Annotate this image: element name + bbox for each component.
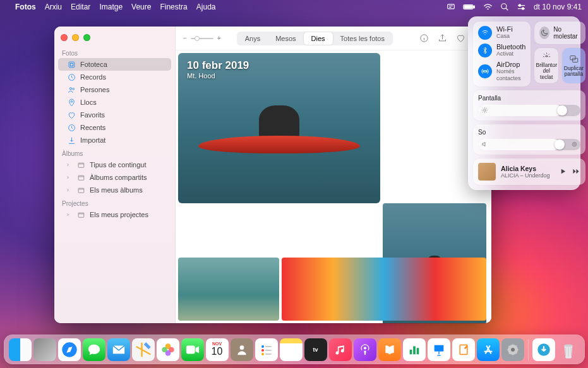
airplay-audio-icon[interactable] [571, 141, 578, 148]
dock-numbers[interactable] [403, 338, 426, 361]
dock-appstore[interactable] [477, 338, 500, 361]
dock-launchpad[interactable] [33, 338, 56, 361]
sidebar-item-mediatypes[interactable]: ›Tipus de contingut [58, 158, 171, 171]
svg-rect-2 [474, 6, 475, 8]
svg-rect-42 [413, 346, 416, 354]
segment-months[interactable]: Mesos [268, 32, 303, 45]
sun-icon [481, 107, 488, 114]
svg-point-36 [261, 349, 264, 352]
sidebar-item-memories[interactable]: Records [58, 71, 171, 83]
svg-point-30 [162, 347, 167, 352]
menu-image[interactable]: Imatge [99, 3, 123, 11]
segment-days[interactable]: Dies [304, 32, 333, 45]
segment-years[interactable]: Anys [237, 32, 268, 45]
cc-wifi-sub: Casa [496, 33, 513, 40]
svg-point-22 [484, 109, 486, 112]
hero-photo[interactable]: 10 febr 2019 Mt. Hood [178, 53, 380, 203]
sidebar-item-favorites[interactable]: Favorits [58, 109, 171, 121]
control-center: Wi-FiCasa BluetoothActivat AirDropNomés … [468, 16, 580, 190]
cc-sound-slider[interactable]: So [473, 124, 585, 155]
dock: NOV10 tv [4, 335, 585, 364]
info-icon[interactable] [419, 33, 429, 43]
cc-display-slider[interactable]: Pantalla [473, 90, 585, 121]
svg-rect-44 [434, 345, 443, 351]
dock-books[interactable] [378, 338, 401, 361]
dock-keynote[interactable] [428, 338, 450, 361]
cc-dnd[interactable]: No molestar [534, 21, 585, 44]
forward-icon[interactable] [572, 168, 580, 175]
cc-airdrop[interactable]: AirDropNomés contactes [478, 61, 525, 82]
dock-finder[interactable] [9, 338, 32, 361]
minimize-button[interactable] [72, 34, 79, 41]
segment-all[interactable]: Totes les fotos [333, 32, 392, 45]
dock-facetime[interactable] [181, 338, 204, 361]
dock-tv[interactable]: tv [304, 338, 327, 361]
dock-safari[interactable] [58, 338, 81, 361]
cc-bluetooth[interactable]: BluetoothActivat [478, 44, 525, 57]
dock-calendar[interactable]: NOV10 [206, 338, 229, 361]
hero-date: 10 febr 2019 [187, 59, 249, 72]
pin-icon [67, 98, 76, 107]
dock-messages[interactable] [83, 338, 105, 361]
bluetooth-icon [478, 44, 492, 57]
dock-maps[interactable] [132, 338, 155, 361]
svg-rect-31 [186, 345, 195, 353]
sidebar-item-recents[interactable]: Recents [58, 121, 171, 134]
cc-keyboard-brightness[interactable]: Brillantor del teclat [534, 48, 558, 83]
album-icon [76, 160, 85, 169]
zoom-button[interactable] [83, 34, 90, 41]
dock-podcasts[interactable] [354, 338, 376, 361]
control-center-icon[interactable] [517, 3, 526, 11]
close-button[interactable] [61, 34, 68, 41]
dock-contacts[interactable] [231, 338, 253, 361]
dock-pages[interactable] [452, 338, 475, 361]
menu-bar: Fotos Arxiu Editar Imatge Veure Finestra… [0, 0, 588, 14]
menu-edit[interactable]: Editar [71, 3, 90, 11]
sidebar-item-imported[interactable]: Importat [58, 134, 171, 146]
dock-notes[interactable] [280, 338, 303, 361]
menu-window[interactable]: Finestra [160, 3, 187, 11]
battery-icon[interactable] [463, 3, 476, 11]
photo-thumbnail[interactable] [178, 258, 279, 321]
sidebar-item-label: Els meus àlbums [90, 186, 143, 194]
language-icon[interactable] [447, 3, 455, 11]
sidebar-item-label: Favorits [80, 111, 105, 119]
dock-downloads[interactable] [532, 338, 555, 361]
wifi-icon[interactable] [483, 3, 493, 11]
dock-reminders[interactable] [255, 338, 278, 361]
album-icon [76, 173, 85, 182]
calendar-month: NOV [212, 341, 222, 346]
menubar-clock[interactable]: dt 10 nov 9:41 [534, 3, 582, 11]
people-icon [67, 85, 76, 94]
sidebar-item-shared-albums[interactable]: ›Àlbums compartits [58, 171, 171, 184]
sidebar-item-my-projects[interactable]: ›Els meus projectes [58, 208, 171, 221]
sidebar-item-people[interactable]: Persones [58, 83, 171, 96]
sidebar-item-label: Persones [80, 86, 109, 93]
svg-point-50 [564, 344, 572, 347]
menu-file[interactable]: Arxiu [45, 3, 62, 11]
zoom-slider[interactable]: −+ [183, 35, 221, 42]
share-icon[interactable] [438, 33, 447, 43]
photos-window: Fotos Fototeca Records Persones Llocs Fa… [54, 27, 491, 323]
sidebar-item-library[interactable]: Fototeca [58, 58, 171, 71]
menu-help[interactable]: Ajuda [196, 3, 216, 11]
cc-now-playing[interactable]: Alicia Keys ALICIA – Underdog [473, 158, 585, 185]
photo-thumbnail[interactable] [282, 258, 486, 321]
cc-wifi[interactable]: Wi-FiCasa [478, 26, 525, 40]
dock-mail[interactable] [107, 338, 130, 361]
favorite-icon[interactable] [456, 33, 465, 43]
app-menu[interactable]: Fotos [15, 3, 36, 11]
dock-music[interactable] [329, 338, 352, 361]
dock-preferences[interactable] [501, 338, 524, 361]
spotlight-icon[interactable] [500, 3, 509, 11]
play-icon[interactable] [560, 168, 567, 175]
sidebar-item-places[interactable]: Llocs [58, 96, 171, 109]
content-area: −+ Anys Mesos Dies Totes les fotos 10 fe… [176, 27, 491, 323]
dock-trash[interactable] [557, 338, 580, 361]
cc-screen-mirroring[interactable]: Duplicar pantalla [562, 48, 585, 83]
sidebar-item-my-albums[interactable]: ›Els meus àlbums [58, 184, 171, 196]
dock-photos[interactable] [157, 338, 179, 361]
menu-view[interactable]: Veure [131, 3, 151, 11]
photo-grid: 10 febr 2019 Mt. Hood [176, 50, 491, 323]
tv-label: tv [313, 347, 318, 353]
